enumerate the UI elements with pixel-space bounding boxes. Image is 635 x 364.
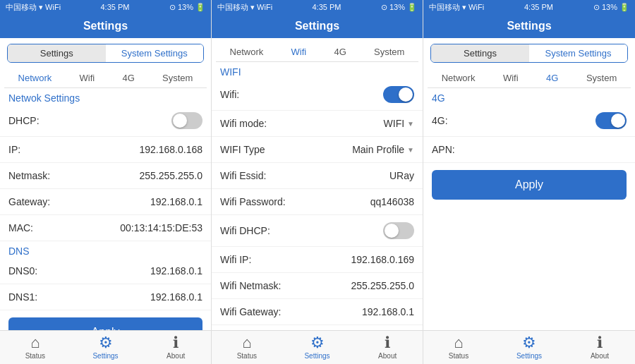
ntab-system-2[interactable]: System — [371, 45, 407, 59]
bnav-about-1[interactable]: ℹ About — [140, 334, 211, 363]
header-3: Settings — [423, 14, 635, 38]
ntab-wifi-3[interactable]: Wifi — [500, 71, 521, 85]
status-time-1: 4:35 PM — [101, 3, 130, 11]
label-dns0: DNS0: — [8, 265, 37, 277]
ntab-network-1[interactable]: Network — [16, 71, 55, 85]
bnav-label-about-1: About — [167, 352, 185, 360]
bnav-about-2[interactable]: ℹ About — [352, 334, 423, 363]
ntab-wifi-1[interactable]: Wifi — [77, 71, 98, 85]
label-dns1: DNS1: — [8, 291, 37, 303]
gear-icon-3: ⚙ — [522, 334, 536, 352]
status-left-2: 中国移动 ▾ WiFi — [217, 2, 272, 13]
status-time-2: 4:35 PM — [313, 3, 341, 11]
row-wifi-essid: Wifi Essid: URay — [212, 163, 423, 189]
value-wifi-gateway: 192.168.0.1 — [362, 306, 414, 317]
bnav-label-settings-1: Settings — [92, 352, 118, 360]
ntab-4g-3[interactable]: 4G — [543, 71, 561, 85]
label-wifi-mode: Wifi mode: — [220, 118, 267, 129]
bnav-settings-1[interactable]: ⚙ Settings — [71, 334, 141, 363]
status-right-2: ⊙ 13% 🔋 — [381, 3, 417, 12]
home-icon-1: ⌂ — [30, 334, 40, 352]
value-ip: 192.168.0.168 — [139, 144, 202, 155]
apply-button-3[interactable]: Apply — [432, 170, 627, 200]
status-bar-1: 中国移动 ▾ WiFi 4:35 PM ⊙ 13% 🔋 — [0, 0, 211, 14]
value-wifi-essid: URay — [389, 170, 414, 181]
ntab-network-2[interactable]: Network — [227, 45, 267, 59]
header-1: Settings — [0, 14, 211, 38]
label-wifi-gateway: Wifi Gateway: — [220, 306, 281, 317]
select-wifi-mode[interactable]: WIFI ▼ — [384, 118, 414, 129]
label-gateway: Gateway: — [8, 196, 50, 207]
value-mac: 00:13:14:15:DE:53 — [120, 222, 202, 233]
segmented-3[interactable]: Settings System Settings — [430, 44, 628, 63]
row-4g-toggle: 4G: — [423, 105, 635, 137]
value-gateway: 192.168.0.1 — [150, 196, 202, 207]
header-title-2: Settings — [295, 20, 339, 32]
ntab-network-3[interactable]: Network — [439, 71, 478, 85]
status-right-1: ⊙ 13% 🔋 — [169, 3, 205, 12]
seg-settings-3[interactable]: Settings — [431, 44, 529, 62]
header-title-3: Settings — [507, 20, 551, 32]
info-icon-3: ℹ — [597, 334, 603, 352]
row-wifi-dhcp: Wifi DHCP: — [212, 215, 423, 247]
bnav-status-1[interactable]: ⌂ Status — [0, 334, 71, 363]
section-title-wifi: WIFI — [212, 62, 423, 79]
select-wifi-type[interactable]: Main Profile ▼ — [352, 144, 414, 155]
seg-system-settings-1[interactable]: System Settings — [106, 44, 204, 62]
panel-network: 中国移动 ▾ WiFi 4:35 PM ⊙ 13% 🔋 Settings Set… — [0, 0, 212, 364]
value-wifi-password: qq146038 — [370, 196, 414, 207]
label-netmask: Netmask: — [8, 170, 50, 181]
seg-settings-1[interactable]: Settings — [8, 44, 106, 62]
wifi-type-value: Main Profile — [352, 144, 404, 155]
ntab-4g-1[interactable]: 4G — [119, 71, 137, 85]
label-mac: MAC: — [8, 222, 33, 233]
bnav-label-about-3: About — [591, 352, 609, 360]
bnav-status-3[interactable]: ⌂ Status — [423, 334, 494, 363]
toggle-dhcp[interactable] — [171, 112, 202, 129]
bnav-about-3[interactable]: ℹ About — [564, 334, 635, 363]
ntab-system-3[interactable]: System — [583, 71, 619, 85]
status-right-3: ⊙ 13% 🔋 — [593, 3, 629, 12]
home-icon-2: ⌂ — [242, 334, 251, 352]
label-dhcp: DHCP: — [8, 115, 40, 126]
panel-content-3: 4G 4G: APN: Apply — [423, 88, 635, 241]
seg-system-settings-3[interactable]: System Settings — [529, 44, 627, 62]
label-wifi-essid: Wifi Essid: — [220, 170, 266, 181]
row-wifi-type: WIFI Type Main Profile ▼ — [212, 137, 423, 163]
panel-content-2: WIFI Wifi: Wifi mode: WIFI ▼ WIFI Type M… — [212, 62, 423, 364]
segmented-1[interactable]: Settings System Settings — [7, 44, 204, 63]
bnav-label-status-2: Status — [237, 352, 257, 360]
info-icon-2: ℹ — [385, 334, 390, 352]
bottom-nav-2: ⌂ Status ⚙ Settings ℹ About — [212, 330, 423, 364]
label-wifi-type: WIFI Type — [220, 144, 265, 155]
toggle-wifi[interactable] — [383, 86, 414, 103]
panel-wifi: 中国移动 ▾ WiFi 4:35 PM ⊙ 13% 🔋 Settings Net… — [212, 0, 423, 364]
bnav-settings-2[interactable]: ⚙ Settings — [282, 334, 353, 363]
scroll-area-2: WIFI Wifi: Wifi mode: WIFI ▼ WIFI Type M… — [212, 62, 423, 364]
label-wifi-password: Wifi Password: — [220, 196, 286, 207]
value-wifi-ip: 192.168.0.169 — [351, 254, 414, 265]
ntab-system-1[interactable]: System — [159, 71, 195, 85]
toggle-wifi-dhcp[interactable] — [383, 222, 414, 239]
panel-4g: 中国移动 ▾ WiFi 4:35 PM ⊙ 13% 🔋 Settings Set… — [423, 0, 635, 364]
toggle-4g[interactable] — [595, 112, 627, 129]
row-wifi-gateway: Wifi Gateway: 192.168.0.1 — [212, 299, 423, 325]
nav-tabs-2: Network Wifi 4G System — [216, 42, 418, 62]
info-icon-1: ℹ — [173, 334, 179, 352]
value-wifi-netmask: 255.255.255.0 — [351, 280, 414, 291]
bnav-label-settings-2: Settings — [304, 352, 329, 360]
row-wifi-password: Wifi Password: qq146038 — [212, 189, 423, 215]
bnav-label-status-1: Status — [25, 352, 45, 360]
ntab-wifi-2[interactable]: Wifi — [289, 45, 310, 59]
status-left-3: 中国移动 ▾ WiFi — [429, 2, 484, 13]
value-dns1: 192.168.0.1 — [150, 291, 202, 303]
bnav-settings-3[interactable]: ⚙ Settings — [494, 334, 564, 363]
row-apn: APN: — [423, 137, 635, 163]
section-title-network: Netwok Settings — [0, 88, 211, 105]
row-dhcp: DHCP: — [0, 105, 211, 137]
ntab-4g-2[interactable]: 4G — [331, 45, 349, 59]
row-wifi-toggle: Wifi: — [212, 79, 423, 111]
gear-icon-1: ⚙ — [99, 334, 113, 352]
bnav-status-2[interactable]: ⌂ Status — [212, 334, 282, 363]
label-apn: APN: — [432, 144, 455, 155]
